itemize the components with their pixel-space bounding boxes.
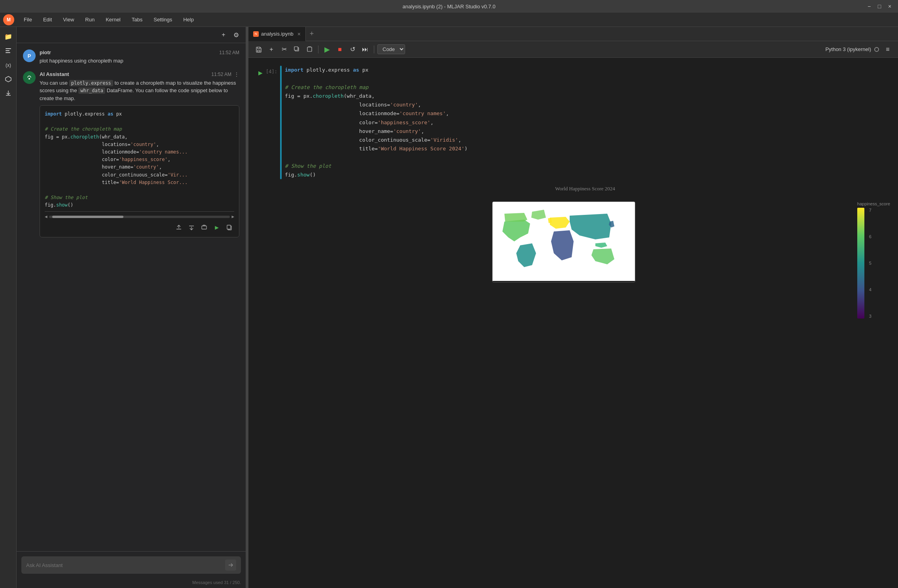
kernel-status-indicator bbox=[874, 47, 879, 52]
sidebar-icon-files[interactable]: 📁 bbox=[2, 30, 15, 43]
main-layout: 📁 (x) + ⚙ P piotr 11:52 AM bbox=[0, 27, 898, 588]
svg-point-5 bbox=[26, 74, 32, 81]
code-horizontal-scrollbar[interactable] bbox=[49, 216, 230, 218]
sidebar-icon-download[interactable] bbox=[2, 87, 15, 100]
code-actions: ▶ bbox=[45, 223, 234, 232]
svg-rect-7 bbox=[202, 226, 207, 229]
window-title: analysis.ipynb (2) - MLJAR Studio v0.7.0 bbox=[403, 4, 496, 9]
scale-tick-3: 3 bbox=[869, 314, 871, 319]
menu-edit[interactable]: Edit bbox=[38, 15, 57, 24]
cell-number: [4]: bbox=[266, 69, 277, 74]
cell-delete-btn[interactable]: 🗑 bbox=[881, 123, 890, 131]
toolbar-run-btn[interactable]: ▶ bbox=[322, 44, 333, 55]
ai-input-field[interactable] bbox=[26, 562, 222, 568]
cell-insert-below-btn[interactable] bbox=[881, 113, 890, 122]
code-line-comment1: # Create the choropleth map bbox=[45, 125, 234, 133]
user-message-header: piotr 11:52 AM bbox=[40, 49, 239, 55]
toolbar-stop-btn[interactable]: ■ bbox=[334, 44, 345, 55]
user-message-time: 11:52 AM bbox=[219, 50, 239, 55]
menu-kernel[interactable]: Kernel bbox=[101, 15, 125, 24]
menu-tabs[interactable]: Tabs bbox=[127, 15, 147, 24]
menu-view[interactable]: View bbox=[58, 15, 79, 24]
scroll-left-arrow[interactable]: ◀ bbox=[45, 213, 47, 220]
cell-up-btn[interactable]: ↑ bbox=[881, 85, 890, 93]
cell-code-content[interactable]: import plotly.express as px # Create the… bbox=[285, 66, 878, 179]
tab-add-button[interactable]: + bbox=[306, 27, 318, 41]
menu-help[interactable]: Help bbox=[178, 15, 199, 24]
notebook-content: ▶ [4]: import plotly.express as px # Cre… bbox=[248, 58, 898, 588]
code-line-1: import plotly.express as px bbox=[45, 110, 234, 118]
menu-run[interactable]: Run bbox=[80, 15, 99, 24]
sidebar-icons: 📁 (x) bbox=[0, 27, 17, 588]
close-button[interactable]: × bbox=[886, 3, 893, 10]
toolbar-sep-2 bbox=[374, 46, 374, 53]
cell-code-show: fig.show() bbox=[285, 171, 878, 179]
code-copy-btn[interactable] bbox=[225, 223, 234, 232]
cell-run-action-btn[interactable]: ▶ bbox=[881, 66, 890, 74]
code-scroll-area[interactable]: import plotly.express as px # Create the… bbox=[45, 110, 234, 209]
sidebar-icon-extensions[interactable] bbox=[2, 73, 15, 85]
ai-panel-settings-button[interactable]: ⚙ bbox=[231, 30, 241, 40]
cell-type-select[interactable]: Code bbox=[377, 44, 405, 54]
cell-code-comment2: # Show the plot bbox=[285, 162, 878, 171]
ai-code-inline-1: plotly.express bbox=[69, 80, 113, 86]
toolbar-add-cell-btn[interactable]: + bbox=[266, 44, 277, 55]
ai-panel: + ⚙ P piotr 11:52 AM plot happiness usin… bbox=[17, 27, 246, 588]
notebook-tab[interactable]: N analysis.ipynb × bbox=[248, 27, 306, 41]
toolbar-save-btn[interactable] bbox=[253, 44, 264, 55]
notebook-tab-close[interactable]: × bbox=[297, 31, 301, 37]
code-line-loc: locations='country', bbox=[45, 141, 234, 148]
svg-marker-4 bbox=[6, 76, 11, 82]
ai-send-button[interactable] bbox=[225, 560, 236, 571]
kernel-info: Python 3 (ipykernel) ≡ bbox=[825, 44, 893, 55]
menu-settings[interactable]: Settings bbox=[149, 15, 177, 24]
code-replace-btn[interactable] bbox=[199, 223, 209, 232]
ai-panel-header: + ⚙ bbox=[17, 27, 246, 43]
code-insert-above-btn[interactable] bbox=[174, 223, 184, 232]
toolbar-copy-btn[interactable] bbox=[291, 44, 302, 55]
cell-down-btn[interactable]: ↓ bbox=[881, 94, 890, 103]
toolbar-paste-btn[interactable] bbox=[304, 44, 315, 55]
sidebar-icon-variables[interactable]: (x) bbox=[2, 59, 15, 71]
cell-code-ctitle: title='World Happiness Score 2024') bbox=[285, 144, 878, 153]
choropleth-map[interactable] bbox=[492, 201, 635, 283]
code-run-btn[interactable]: ▶ bbox=[212, 223, 222, 232]
menu-file[interactable]: File bbox=[19, 15, 37, 24]
toolbar-kernel-menu[interactable]: ≡ bbox=[882, 44, 893, 55]
svg-point-6 bbox=[28, 78, 30, 80]
ai-input-row bbox=[21, 556, 241, 574]
minimize-button[interactable]: − bbox=[866, 3, 873, 10]
tab-bar: N analysis.ipynb × + bbox=[248, 27, 898, 41]
svg-rect-2 bbox=[6, 52, 10, 53]
ai-message-menu[interactable]: ⋮ bbox=[234, 71, 239, 78]
scroll-right-arrow[interactable]: ▶ bbox=[231, 213, 234, 220]
code-line-fig: fig = px.choropleth(whr_data, bbox=[45, 133, 234, 141]
toolbar-restart-run-btn[interactable]: ⏭ bbox=[360, 44, 371, 55]
cell-code-blank1 bbox=[285, 74, 878, 83]
cell-code-cscale: color_continuous_scale='Viridis', bbox=[285, 136, 878, 144]
toolbar-restart-btn[interactable]: ↺ bbox=[347, 44, 358, 55]
toolbar-cut-btn[interactable]: ✂ bbox=[278, 44, 290, 55]
svg-rect-12 bbox=[307, 47, 312, 51]
cell-run-button[interactable]: ▶ bbox=[256, 69, 264, 77]
cell-copy-action-btn[interactable] bbox=[881, 75, 890, 84]
code-line-hover: hover_name='country', bbox=[45, 163, 234, 171]
user-message: P piotr 11:52 AM plot happiness using ch… bbox=[23, 49, 239, 65]
svg-rect-1 bbox=[6, 50, 9, 51]
code-line-color: color='happiness_score', bbox=[45, 156, 234, 163]
ai-message-content: AI Assistant 11:52 AM ⋮ You can use plot… bbox=[40, 71, 239, 238]
code-cell-4: ▶ [4]: import plotly.express as px # Cre… bbox=[256, 66, 890, 179]
cell-insert-above-btn[interactable] bbox=[881, 104, 890, 112]
user-message-text: plot happiness using choropleth map bbox=[40, 57, 239, 65]
ai-message: AI Assistant 11:52 AM ⋮ You can use plot… bbox=[23, 71, 239, 238]
code-line-blank bbox=[45, 118, 234, 125]
sidebar-icon-outline[interactable] bbox=[2, 44, 15, 57]
cell-code-loc: locations='country', bbox=[285, 101, 878, 109]
notebook-area: N analysis.ipynb × + + ✂ ▶ ■ ↺ ⏭ bbox=[248, 27, 898, 588]
maximize-button[interactable]: □ bbox=[876, 3, 883, 10]
ai-panel-add-button[interactable]: + bbox=[219, 30, 228, 40]
cell-body: import plotly.express as px # Create the… bbox=[285, 66, 878, 179]
code-insert-below-btn[interactable] bbox=[187, 223, 196, 232]
app-logo: M bbox=[3, 14, 14, 25]
scale-tick-4: 4 bbox=[869, 287, 871, 292]
